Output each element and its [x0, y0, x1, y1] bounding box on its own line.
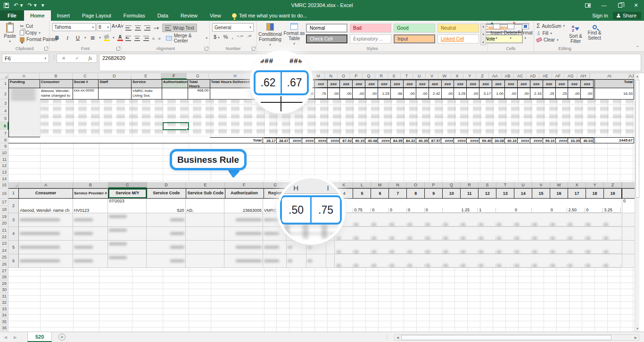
row-header[interactable]: 15	[0, 182, 8, 188]
merge-center-button[interactable]: Merge & Center ▾	[164, 34, 209, 42]
header-service[interactable]: Service	[132, 79, 162, 88]
header-hash-cell[interactable]: ###	[365, 80, 378, 88]
styles-gallery-scroll[interactable]: ▲▼▼	[480, 24, 486, 45]
row-header[interactable]: 8	[0, 137, 8, 143]
scroll-left-arrow[interactable]: ◀	[395, 335, 401, 340]
sheet-tab-520[interactable]: 520	[27, 332, 52, 342]
tell-me-box[interactable]: Tell me what you want to do...	[227, 10, 312, 21]
row-header[interactable]: 36	[0, 325, 8, 332]
day-value-cell[interactable]	[532, 212, 550, 213]
align-center-icon[interactable]	[134, 36, 140, 41]
header-hash-cell[interactable]: ###	[353, 80, 365, 88]
day-number-header[interactable]: 13	[496, 188, 514, 199]
day-number-header[interactable]: 17	[568, 188, 586, 199]
cell2-service-code[interactable]: 520	[147, 199, 186, 213]
header-hash-cell[interactable]: ###	[556, 80, 569, 88]
cell-total-hours[interactable]: 468.00	[188, 88, 210, 100]
row-header[interactable]: 25	[0, 254, 8, 260]
grand-total-cell[interactable]: 2445.67	[595, 137, 634, 143]
day-value-cell[interactable]: 2.42	[429, 88, 442, 99]
header-hash-cell[interactable]: ###	[530, 80, 543, 88]
header-hash-cell[interactable]: ###	[568, 80, 581, 88]
day-value-cell[interactable]: .00	[505, 88, 518, 99]
day-value-cell[interactable]: 0	[407, 208, 425, 213]
underline-button[interactable]: U	[74, 34, 82, 42]
day-value-cell[interactable]: .00	[353, 88, 365, 99]
col-header[interactable]: N	[325, 73, 338, 79]
row-header[interactable]: 12	[0, 163, 8, 169]
header-hash-cell[interactable]: ###	[442, 80, 454, 88]
header-hash-cell[interactable]: ###	[467, 80, 479, 88]
cell-style-item[interactable]: Bad	[350, 24, 391, 33]
col-header[interactable]: W	[438, 73, 451, 79]
conditional-formatting-button[interactable]: Conditional Formatting▾	[258, 21, 282, 47]
col-header[interactable]: X	[451, 73, 464, 79]
row-header[interactable]: 35	[0, 318, 8, 325]
total-value-cell[interactable]: ####	[441, 138, 454, 143]
clear-button[interactable]: Clear▾	[537, 37, 565, 42]
day-number-header[interactable]: 7	[389, 188, 407, 199]
format-as-table-button[interactable]: Format as Table▾	[283, 21, 305, 46]
ribbon-display-options-button[interactable]	[580, 0, 596, 10]
header-hash-cell[interactable]: ###	[518, 80, 530, 88]
total-value-cell[interactable]: ####	[378, 138, 391, 143]
header-staff[interactable]: Staff	[99, 79, 132, 88]
header-hash-cell[interactable]: ###	[492, 80, 505, 88]
header-hash-cell[interactable]: ###	[479, 80, 492, 88]
scroll-right-arrow[interactable]: ▶	[633, 335, 639, 340]
scroll-down-arrow[interactable]: ▼	[635, 325, 640, 332]
row-header[interactable]: 19	[0, 213, 8, 220]
col-header[interactable]: V	[426, 73, 438, 79]
share-button[interactable]: Share	[613, 12, 641, 19]
header-hash-cell[interactable]: ###	[429, 80, 442, 88]
tab-file[interactable]: File	[0, 10, 24, 21]
cell-service[interactable]: VMRC Indiv Living Svs	[132, 88, 162, 100]
cell-authorization-redacted[interactable]	[162, 88, 188, 100]
cell-staff-redacted[interactable]	[99, 88, 132, 100]
total-value-cell[interactable]: ####	[467, 138, 479, 143]
header-hash-cell[interactable]: ###	[391, 80, 404, 88]
header-consumer[interactable]: Consumer	[40, 79, 73, 88]
cell2-provider[interactable]: HV0123	[73, 199, 108, 213]
total-value-cell[interactable]: 99.10	[543, 138, 556, 143]
total-value-cell[interactable]: ####	[530, 138, 543, 143]
col-header-G[interactable]: G	[187, 73, 209, 79]
day-value-cell[interactable]: 1	[478, 208, 496, 213]
day-value-cell[interactable]: .00	[404, 88, 416, 99]
col-header-AI[interactable]: AI	[590, 73, 629, 79]
day-number-header[interactable]: 8	[407, 188, 425, 199]
cell-style-item[interactable]: Good	[394, 24, 435, 33]
row-header[interactable]: 16	[0, 188, 8, 199]
day-number-header[interactable]: 14	[514, 188, 532, 199]
day-value-cell[interactable]: 2.33	[530, 88, 543, 99]
col-header[interactable]: AH	[577, 73, 590, 79]
day-value-cell[interactable]: .75	[315, 88, 328, 99]
day-number-header[interactable]: 15	[532, 188, 550, 199]
col-header[interactable]: AA	[489, 73, 502, 79]
tab-scroll-divider[interactable]: ⋮	[385, 334, 389, 339]
font-dialog-launcher[interactable]	[116, 47, 120, 50]
row-header[interactable]: 11	[0, 156, 8, 163]
tab-page-layout[interactable]: Page Layout	[76, 10, 117, 21]
row-header[interactable]: 9	[0, 143, 8, 150]
day-value-cell[interactable]: 0	[389, 208, 407, 213]
day-value-cell[interactable]: 1.00	[492, 88, 505, 99]
insert-cells-button[interactable]: Insert▾	[490, 21, 503, 40]
day-number-header[interactable]: 9	[425, 188, 443, 199]
header-total-hours[interactable]: Total Hours	[188, 79, 210, 88]
col-header-F-selected[interactable]: F	[161, 73, 187, 79]
header2-consumer[interactable]: Consumer	[19, 188, 73, 199]
row-header[interactable]: 26	[0, 261, 8, 267]
header-hash-cell[interactable]: ###	[505, 80, 518, 88]
col-header-AJ[interactable]: AJ	[629, 73, 634, 79]
row-header[interactable]: 23	[0, 241, 8, 247]
total-value-cell[interactable]: ####	[289, 138, 302, 143]
tab-data[interactable]: Data	[151, 10, 174, 21]
format-cells-button[interactable]: Format▾	[518, 21, 532, 40]
col-header-C[interactable]: C	[73, 73, 99, 79]
tab-home[interactable]: Home	[24, 10, 51, 21]
row-header[interactable]: 20	[0, 220, 8, 227]
wrap-text-button[interactable]: Wrap Text	[162, 24, 197, 32]
row-header[interactable]: 2	[0, 88, 8, 100]
fill-button[interactable]: ⇩Fill▾	[537, 31, 565, 36]
